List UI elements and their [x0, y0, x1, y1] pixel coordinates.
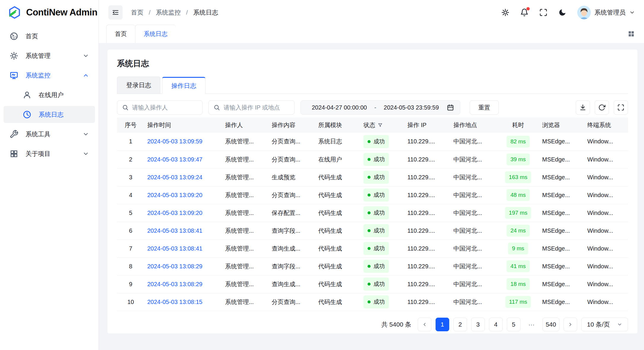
- refresh-icon[interactable]: [595, 100, 609, 115]
- chevron-down-icon: [617, 322, 622, 327]
- page-button-5[interactable]: 5: [507, 318, 520, 331]
- cell-status: 成功: [360, 257, 404, 275]
- sidebar-menu: 首页 系统管理 系统监控: [0, 25, 99, 168]
- cell-status: 成功: [360, 151, 404, 168]
- cell-browser: MSEdge...: [539, 186, 584, 204]
- page-button-540[interactable]: 540: [542, 318, 559, 331]
- log-type-tabs: 登录日志 操作日志: [117, 77, 628, 94]
- cell-browser: MSEdge...: [539, 133, 584, 151]
- next-page-button[interactable]: [564, 318, 577, 331]
- sidebar-item-about-project[interactable]: 关于项目: [4, 145, 95, 162]
- prev-page-button[interactable]: [418, 318, 431, 331]
- cell-status: 成功: [360, 204, 404, 222]
- sidebar-item-system-monitor[interactable]: 系统监控: [4, 67, 95, 84]
- ip-location-search-input[interactable]: [224, 104, 289, 111]
- filter-icon[interactable]: [378, 123, 383, 128]
- menu-fold-icon[interactable]: [108, 5, 123, 20]
- cell-ip: 110.229....: [404, 133, 450, 151]
- tab-actions-grid-icon[interactable]: [627, 25, 644, 43]
- time-link[interactable]: 2024-05-03 13:09:47: [147, 156, 202, 163]
- reset-button[interactable]: 重置: [470, 100, 499, 115]
- dark-mode-moon-icon[interactable]: [558, 8, 567, 17]
- operator-search-input[interactable]: [132, 104, 197, 111]
- time-link[interactable]: 2024-05-03 13:08:29: [147, 263, 202, 270]
- col-browser: 浏览器: [539, 118, 584, 133]
- page-button-1[interactable]: 1: [436, 318, 449, 331]
- page-button-2[interactable]: 2: [453, 318, 467, 331]
- status-dot-icon: [368, 229, 371, 232]
- cell-browser: MSEdge...: [539, 257, 584, 275]
- page-ellipsis[interactable]: ···: [525, 318, 538, 331]
- time-link[interactable]: 2024-05-03 13:09:24: [147, 174, 202, 180]
- fullscreen-icon[interactable]: [539, 8, 548, 17]
- cell-status: 成功: [360, 222, 404, 240]
- page-button-3[interactable]: 3: [471, 318, 485, 331]
- expand-fullscreen-icon[interactable]: [614, 100, 628, 115]
- chevron-down-icon: [83, 151, 89, 157]
- date-range-picker[interactable]: 2024-04-27 00:00:00 - 2024-05-03 23:59:5…: [300, 100, 460, 115]
- sidebar-item-system-tools[interactable]: 系统工具: [4, 126, 95, 142]
- page-size-select[interactable]: 10 条/页: [581, 318, 628, 331]
- time-link[interactable]: 2024-05-03 13:08:15: [147, 299, 202, 305]
- cell-module: 代码生成: [315, 257, 360, 275]
- operator-search: [117, 100, 202, 115]
- breadcrumb-home[interactable]: 首页: [131, 8, 143, 17]
- time-link[interactable]: 2024-05-03 13:08:41: [147, 227, 202, 234]
- notification-bell-icon[interactable]: [520, 8, 529, 17]
- cell-module: 代码生成: [315, 204, 360, 222]
- time-link[interactable]: 2024-05-03 13:09:59: [147, 138, 202, 145]
- cell-location: 中国河北...: [450, 275, 497, 293]
- page-button-4[interactable]: 4: [489, 318, 503, 331]
- topbar-actions: 系统管理员: [501, 6, 635, 19]
- cell-content: 查询生成...: [269, 240, 315, 257]
- cell-time: 2024-05-03 13:08:41: [144, 222, 222, 240]
- user-menu[interactable]: 系统管理员: [577, 6, 635, 19]
- cell-module: 系统日志: [315, 133, 360, 151]
- date-start: 2024-04-27 00:00:00: [307, 104, 372, 111]
- dashboard-icon: [10, 32, 18, 41]
- cell-os: Window...: [584, 168, 628, 186]
- time-link[interactable]: 2024-05-03 13:08:29: [147, 281, 202, 287]
- time-link[interactable]: 2024-05-03 13:08:41: [147, 245, 202, 252]
- monitor-icon: [10, 71, 18, 80]
- time-link[interactable]: 2024-05-03 13:09:20: [147, 192, 202, 198]
- cell-operator: 系统管理...: [222, 204, 269, 222]
- status-badge: 成功: [363, 135, 389, 148]
- cell-os: Window...: [584, 275, 628, 293]
- cell-content: 分页查询...: [269, 151, 315, 168]
- tab-operation-log[interactable]: 操作日志: [162, 77, 205, 94]
- cell-duration: 39 ms: [497, 151, 539, 168]
- cell-os: Window...: [584, 293, 628, 311]
- status-badge: 成功: [363, 295, 389, 308]
- cell-module: 代码生成: [315, 275, 360, 293]
- duration-badge: 48 ms: [507, 189, 530, 201]
- cell-browser: MSEdge...: [539, 222, 584, 240]
- settings-icon[interactable]: [501, 8, 509, 17]
- col-index: 序号: [117, 118, 144, 133]
- cell-operator: 系统管理...: [222, 240, 269, 257]
- cell-os: Window...: [584, 204, 628, 222]
- tab-home[interactable]: 首页: [106, 25, 135, 43]
- duration-badge: 24 ms: [507, 225, 530, 237]
- grid-icon: [10, 149, 18, 158]
- cell-ip: 110.229....: [404, 204, 450, 222]
- download-icon[interactable]: [576, 100, 590, 115]
- duration-badge: 41 ms: [507, 260, 530, 272]
- tab-system-log[interactable]: 系统日志: [135, 25, 176, 43]
- tab-login-log[interactable]: 登录日志: [117, 77, 160, 94]
- col-os: 终端系统: [584, 118, 628, 133]
- sidebar-item-system-log[interactable]: 系统日志: [4, 106, 95, 123]
- breadcrumb-system-monitor[interactable]: 系统监控: [156, 8, 181, 17]
- sidebar-item-online-users[interactable]: 在线用户: [4, 86, 95, 103]
- sidebar-item-label: 系统日志: [39, 110, 64, 119]
- col-duration: 耗时: [497, 118, 539, 133]
- cell-time: 2024-05-03 13:08:29: [144, 257, 222, 275]
- cell-module: 代码生成: [315, 168, 360, 186]
- time-link[interactable]: 2024-05-03 13:09:20: [147, 210, 202, 216]
- cell-os: Window...: [584, 222, 628, 240]
- sidebar-item-system-management[interactable]: 系统管理: [4, 47, 95, 64]
- cell-ip: 110.229....: [404, 240, 450, 257]
- status-badge: 成功: [363, 242, 389, 255]
- sidebar-item-home[interactable]: 首页: [4, 28, 95, 45]
- app-logo[interactable]: ContiNew Admin: [0, 0, 99, 25]
